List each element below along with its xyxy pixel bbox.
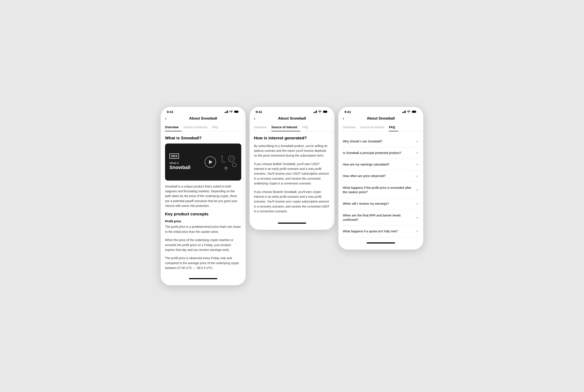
home-indicator-3	[367, 242, 395, 244]
chevron-down-icon	[416, 174, 419, 178]
faq-item[interactable]: How are my earnings calculated?	[343, 159, 419, 170]
faq-item[interactable]: Is Snowball a principal protected produc…	[343, 147, 419, 159]
faq-item[interactable]: When will I receive my earnings?	[343, 198, 419, 210]
chevron-down-icon	[416, 163, 419, 166]
status-icons-1	[224, 110, 240, 113]
battery-icon-3	[412, 110, 417, 113]
faq-item[interactable]: What happens if the profit price is exce…	[343, 182, 419, 198]
faq-question: How often are price observed?	[343, 174, 416, 178]
status-bar-3: 9:41	[338, 107, 423, 116]
faq-item[interactable]: What happens if a quota isn't fully met?	[343, 226, 419, 237]
chevron-down-icon	[416, 202, 419, 205]
chevron-down-icon	[416, 140, 419, 143]
status-bar-1: 9:41	[161, 107, 246, 116]
svg-point-4	[232, 163, 236, 167]
back-button-3[interactable]: ‹	[343, 116, 344, 121]
tab-overview-2[interactable]: Overview	[254, 123, 270, 131]
nav-header-3: ‹ About Snowball	[338, 116, 423, 123]
nav-title-3: About Snowball	[367, 116, 395, 121]
signal-icon	[224, 110, 228, 113]
video-card-content: OKX What is Snowball	[165, 152, 241, 172]
overview-section-title: What is Snowball?	[165, 136, 241, 140]
svg-rect-12	[323, 111, 327, 112]
overview-content: What is Snowball? OKX What is Snowball	[161, 131, 246, 275]
wifi-icon-2	[318, 110, 322, 113]
video-snowball: Snowball	[169, 165, 201, 170]
tab-source-1[interactable]: Source of interest	[183, 123, 210, 131]
phone-faq: 9:41 ‹ About Snowball	[338, 107, 423, 250]
tabs-1: Overview Source of interest FAQ	[161, 123, 246, 131]
back-button-2[interactable]: ‹	[254, 116, 255, 121]
profit-price-desc2: When the price of the underlying crypto …	[165, 238, 241, 252]
tab-overview-1[interactable]: Overview	[165, 123, 182, 131]
faq-item[interactable]: Why should I use Snowball?	[343, 136, 419, 147]
faq-question: Is Snowball a principal protected produc…	[343, 151, 416, 155]
status-icons-3	[402, 110, 417, 113]
source-content: How is interest generated? By subscribin…	[250, 131, 334, 220]
chevron-down-icon	[416, 151, 419, 154]
battery-icon-2	[323, 110, 328, 113]
faq-question: What happens if a quota isn't fully met?	[343, 229, 416, 234]
phone-source: 9:41 ‹ About Snowball	[250, 107, 334, 230]
okx-logo: OKX	[169, 154, 201, 159]
profit-price-label: Profit price	[165, 220, 241, 223]
svg-rect-14	[412, 111, 416, 112]
svg-point-3	[230, 158, 233, 160]
faq-question: When will I receive my earnings?	[343, 202, 416, 206]
time-2: 9:41	[256, 110, 262, 114]
source-para3: If you choose Bearish Snowball, you'll e…	[254, 190, 330, 214]
back-button-1[interactable]: ‹	[165, 116, 167, 121]
nav-header-2: ‹ About Snowball	[250, 116, 334, 123]
tab-source-2[interactable]: Source of interest	[271, 123, 300, 131]
chevron-down-icon	[416, 188, 419, 192]
phones-container: 9:41 ‹ About Snowball	[161, 107, 423, 285]
tab-overview-3[interactable]: Overview	[343, 123, 358, 131]
svg-rect-1	[234, 111, 238, 112]
svg-point-8	[223, 161, 225, 163]
nav-title-2: About Snowball	[278, 116, 306, 121]
tabs-2: Overview Source of interest FAQ	[250, 123, 334, 131]
phone-overview: 9:41 ‹ About Snowball	[161, 107, 246, 285]
decorative-art	[219, 152, 237, 172]
video-what-is: What is	[169, 161, 201, 165]
nav-header-1: ‹ About Snowball	[161, 116, 246, 123]
video-card[interactable]: OKX What is Snowball	[165, 144, 241, 180]
nav-title-1: About Snowball	[189, 116, 217, 121]
faq-content: Why should I use Snowball?Is Snowball a …	[338, 131, 423, 240]
source-title: How is interest generated?	[254, 136, 330, 140]
home-indicator-1	[189, 278, 217, 279]
okx-logo-box: OKX	[169, 154, 179, 159]
status-bar-2: 9:41	[250, 107, 334, 116]
chevron-down-icon	[416, 230, 419, 233]
tab-source-3[interactable]: Source of interest	[360, 123, 387, 131]
overview-description: Snowball is a unique product that's suit…	[165, 184, 241, 208]
play-icon	[209, 160, 212, 164]
svg-point-2	[228, 156, 234, 162]
home-indicator-2	[278, 222, 306, 224]
source-para2: If you choose Bullish Snowball, you'll e…	[254, 162, 330, 186]
tab-faq-3[interactable]: FAQ	[389, 123, 398, 131]
faq-item[interactable]: When are the final APR and barrier level…	[343, 210, 419, 226]
profit-price-desc3: The profit price is observed every Frida…	[165, 256, 241, 270]
tab-faq-1[interactable]: FAQ	[212, 123, 221, 131]
profit-price-desc1: The profit price is a predetermined pric…	[165, 224, 241, 234]
key-concepts-title: Key product concepts	[165, 212, 241, 216]
signal-icon-3	[402, 110, 406, 113]
video-text-area: OKX What is Snowball	[169, 154, 201, 170]
time-3: 9:41	[344, 110, 351, 114]
play-button[interactable]	[205, 156, 216, 168]
faq-question: What happens if the profit price is exce…	[343, 186, 416, 194]
faq-question: How are my earnings calculated?	[343, 162, 416, 166]
wifi-icon-3	[407, 110, 411, 113]
faq-question: Why should I use Snowball?	[343, 139, 416, 144]
faq-item[interactable]: How often are price observed?	[343, 170, 419, 182]
tabs-3: Overview Source of interest FAQ	[338, 123, 423, 131]
faq-question: When are the final APR and barrier level…	[343, 213, 416, 222]
source-para1: By subscribing to a Snowball product, yo…	[254, 144, 330, 158]
signal-icon-2	[313, 110, 317, 113]
chevron-down-icon	[416, 216, 419, 219]
status-icons-2	[313, 110, 329, 113]
time-1: 9:41	[167, 110, 173, 114]
battery-icon	[234, 110, 240, 113]
tab-faq-2[interactable]: FAQ	[302, 123, 311, 131]
